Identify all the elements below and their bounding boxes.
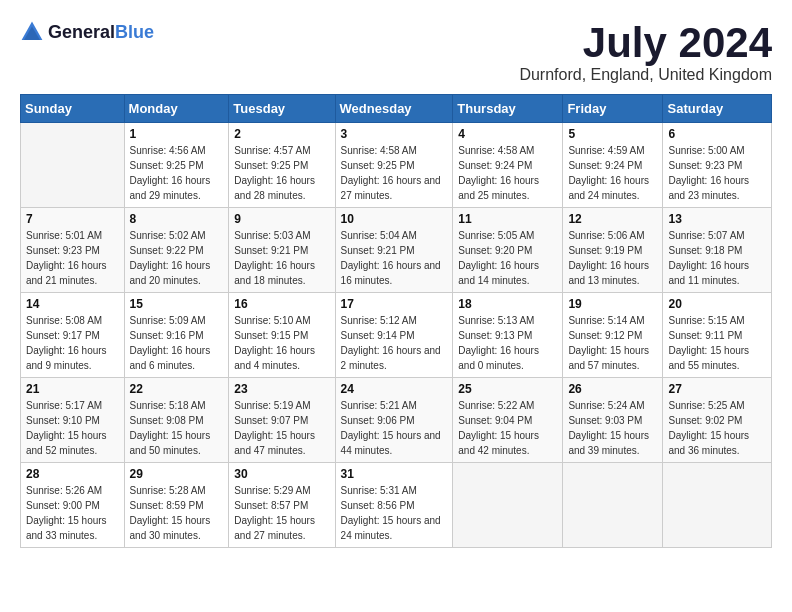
calendar-cell: 18Sunrise: 5:13 AMSunset: 9:13 PMDayligh… — [453, 293, 563, 378]
day-detail: Sunrise: 5:00 AMSunset: 9:23 PMDaylight:… — [668, 143, 766, 203]
day-number: 15 — [130, 297, 224, 311]
day-number: 3 — [341, 127, 448, 141]
day-number: 13 — [668, 212, 766, 226]
day-detail: Sunrise: 4:57 AMSunset: 9:25 PMDaylight:… — [234, 143, 329, 203]
calendar-cell: 20Sunrise: 5:15 AMSunset: 9:11 PMDayligh… — [663, 293, 772, 378]
day-detail: Sunrise: 4:56 AMSunset: 9:25 PMDaylight:… — [130, 143, 224, 203]
calendar-cell — [453, 463, 563, 548]
calendar-body: 1Sunrise: 4:56 AMSunset: 9:25 PMDaylight… — [21, 123, 772, 548]
header-day-monday: Monday — [124, 95, 229, 123]
location-subtitle: Durnford, England, United Kingdom — [519, 66, 772, 84]
calendar-cell: 5Sunrise: 4:59 AMSunset: 9:24 PMDaylight… — [563, 123, 663, 208]
day-number: 10 — [341, 212, 448, 226]
day-number: 1 — [130, 127, 224, 141]
calendar-cell: 3Sunrise: 4:58 AMSunset: 9:25 PMDaylight… — [335, 123, 453, 208]
day-detail: Sunrise: 5:03 AMSunset: 9:21 PMDaylight:… — [234, 228, 329, 288]
day-detail: Sunrise: 5:13 AMSunset: 9:13 PMDaylight:… — [458, 313, 557, 373]
day-number: 23 — [234, 382, 329, 396]
calendar-week-row: 21Sunrise: 5:17 AMSunset: 9:10 PMDayligh… — [21, 378, 772, 463]
day-detail: Sunrise: 5:10 AMSunset: 9:15 PMDaylight:… — [234, 313, 329, 373]
calendar-cell: 6Sunrise: 5:00 AMSunset: 9:23 PMDaylight… — [663, 123, 772, 208]
day-number: 12 — [568, 212, 657, 226]
calendar-cell: 11Sunrise: 5:05 AMSunset: 9:20 PMDayligh… — [453, 208, 563, 293]
header: GeneralBlue July 2024 Durnford, England,… — [20, 20, 772, 84]
day-number: 26 — [568, 382, 657, 396]
calendar-cell: 27Sunrise: 5:25 AMSunset: 9:02 PMDayligh… — [663, 378, 772, 463]
logo-text-blue: Blue — [115, 22, 154, 42]
day-detail: Sunrise: 5:22 AMSunset: 9:04 PMDaylight:… — [458, 398, 557, 458]
day-detail: Sunrise: 5:01 AMSunset: 9:23 PMDaylight:… — [26, 228, 119, 288]
day-detail: Sunrise: 5:28 AMSunset: 8:59 PMDaylight:… — [130, 483, 224, 543]
logo-icon — [20, 20, 44, 44]
day-detail: Sunrise: 4:58 AMSunset: 9:24 PMDaylight:… — [458, 143, 557, 203]
day-number: 7 — [26, 212, 119, 226]
calendar-cell: 24Sunrise: 5:21 AMSunset: 9:06 PMDayligh… — [335, 378, 453, 463]
day-number: 20 — [668, 297, 766, 311]
day-number: 6 — [668, 127, 766, 141]
day-number: 24 — [341, 382, 448, 396]
day-number: 31 — [341, 467, 448, 481]
calendar-cell: 30Sunrise: 5:29 AMSunset: 8:57 PMDayligh… — [229, 463, 335, 548]
day-detail: Sunrise: 5:31 AMSunset: 8:56 PMDaylight:… — [341, 483, 448, 543]
day-number: 25 — [458, 382, 557, 396]
calendar-week-row: 7Sunrise: 5:01 AMSunset: 9:23 PMDaylight… — [21, 208, 772, 293]
day-number: 5 — [568, 127, 657, 141]
calendar-cell: 28Sunrise: 5:26 AMSunset: 9:00 PMDayligh… — [21, 463, 125, 548]
calendar-week-row: 1Sunrise: 4:56 AMSunset: 9:25 PMDaylight… — [21, 123, 772, 208]
calendar-cell: 31Sunrise: 5:31 AMSunset: 8:56 PMDayligh… — [335, 463, 453, 548]
calendar-cell: 16Sunrise: 5:10 AMSunset: 9:15 PMDayligh… — [229, 293, 335, 378]
calendar-table: SundayMondayTuesdayWednesdayThursdayFrid… — [20, 94, 772, 548]
day-detail: Sunrise: 5:29 AMSunset: 8:57 PMDaylight:… — [234, 483, 329, 543]
calendar-cell: 19Sunrise: 5:14 AMSunset: 9:12 PMDayligh… — [563, 293, 663, 378]
day-number: 22 — [130, 382, 224, 396]
calendar-cell: 8Sunrise: 5:02 AMSunset: 9:22 PMDaylight… — [124, 208, 229, 293]
calendar-week-row: 14Sunrise: 5:08 AMSunset: 9:17 PMDayligh… — [21, 293, 772, 378]
calendar-cell: 9Sunrise: 5:03 AMSunset: 9:21 PMDaylight… — [229, 208, 335, 293]
calendar-cell: 4Sunrise: 4:58 AMSunset: 9:24 PMDaylight… — [453, 123, 563, 208]
day-detail: Sunrise: 5:09 AMSunset: 9:16 PMDaylight:… — [130, 313, 224, 373]
day-detail: Sunrise: 5:26 AMSunset: 9:00 PMDaylight:… — [26, 483, 119, 543]
day-number: 28 — [26, 467, 119, 481]
calendar-cell: 2Sunrise: 4:57 AMSunset: 9:25 PMDaylight… — [229, 123, 335, 208]
day-detail: Sunrise: 5:17 AMSunset: 9:10 PMDaylight:… — [26, 398, 119, 458]
day-detail: Sunrise: 4:58 AMSunset: 9:25 PMDaylight:… — [341, 143, 448, 203]
header-day-tuesday: Tuesday — [229, 95, 335, 123]
header-day-friday: Friday — [563, 95, 663, 123]
day-number: 16 — [234, 297, 329, 311]
day-number: 11 — [458, 212, 557, 226]
calendar-cell: 10Sunrise: 5:04 AMSunset: 9:21 PMDayligh… — [335, 208, 453, 293]
day-number: 27 — [668, 382, 766, 396]
calendar-cell: 14Sunrise: 5:08 AMSunset: 9:17 PMDayligh… — [21, 293, 125, 378]
calendar-cell — [21, 123, 125, 208]
calendar-cell: 29Sunrise: 5:28 AMSunset: 8:59 PMDayligh… — [124, 463, 229, 548]
day-detail: Sunrise: 5:04 AMSunset: 9:21 PMDaylight:… — [341, 228, 448, 288]
calendar-cell: 15Sunrise: 5:09 AMSunset: 9:16 PMDayligh… — [124, 293, 229, 378]
day-detail: Sunrise: 5:15 AMSunset: 9:11 PMDaylight:… — [668, 313, 766, 373]
day-detail: Sunrise: 5:08 AMSunset: 9:17 PMDaylight:… — [26, 313, 119, 373]
day-detail: Sunrise: 5:05 AMSunset: 9:20 PMDaylight:… — [458, 228, 557, 288]
day-number: 8 — [130, 212, 224, 226]
header-day-saturday: Saturday — [663, 95, 772, 123]
title-block: July 2024 Durnford, England, United King… — [519, 20, 772, 84]
day-detail: Sunrise: 5:14 AMSunset: 9:12 PMDaylight:… — [568, 313, 657, 373]
header-day-sunday: Sunday — [21, 95, 125, 123]
day-detail: Sunrise: 5:02 AMSunset: 9:22 PMDaylight:… — [130, 228, 224, 288]
calendar-cell: 22Sunrise: 5:18 AMSunset: 9:08 PMDayligh… — [124, 378, 229, 463]
logo-text-general: General — [48, 22, 115, 42]
calendar-cell: 7Sunrise: 5:01 AMSunset: 9:23 PMDaylight… — [21, 208, 125, 293]
day-number: 4 — [458, 127, 557, 141]
calendar-cell: 17Sunrise: 5:12 AMSunset: 9:14 PMDayligh… — [335, 293, 453, 378]
calendar-header-row: SundayMondayTuesdayWednesdayThursdayFrid… — [21, 95, 772, 123]
calendar-cell: 13Sunrise: 5:07 AMSunset: 9:18 PMDayligh… — [663, 208, 772, 293]
day-number: 21 — [26, 382, 119, 396]
calendar-cell: 12Sunrise: 5:06 AMSunset: 9:19 PMDayligh… — [563, 208, 663, 293]
calendar-cell — [563, 463, 663, 548]
calendar-week-row: 28Sunrise: 5:26 AMSunset: 9:00 PMDayligh… — [21, 463, 772, 548]
day-detail: Sunrise: 5:19 AMSunset: 9:07 PMDaylight:… — [234, 398, 329, 458]
day-number: 14 — [26, 297, 119, 311]
day-detail: Sunrise: 5:18 AMSunset: 9:08 PMDaylight:… — [130, 398, 224, 458]
day-number: 30 — [234, 467, 329, 481]
calendar-cell: 1Sunrise: 4:56 AMSunset: 9:25 PMDaylight… — [124, 123, 229, 208]
calendar-cell — [663, 463, 772, 548]
day-detail: Sunrise: 5:21 AMSunset: 9:06 PMDaylight:… — [341, 398, 448, 458]
